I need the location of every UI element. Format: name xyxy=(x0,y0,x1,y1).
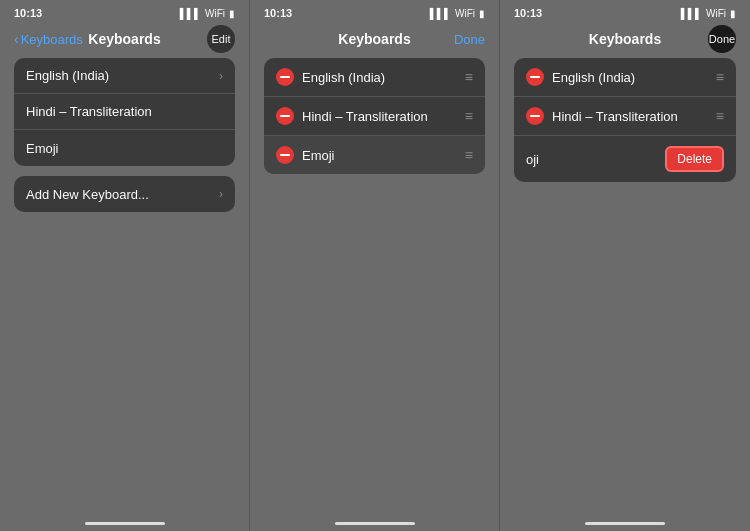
add-keyboard-section: Add New Keyboard... › xyxy=(14,176,235,212)
item-label-oji: oji xyxy=(526,152,665,167)
panel-2: 10:13 ▌▌▌ WiFi ▮ Keyboards Done English … xyxy=(250,0,500,531)
chevron-icon: › xyxy=(219,69,223,83)
reorder-icon[interactable]: ≡ xyxy=(465,69,473,85)
item-label: English (India) xyxy=(552,70,716,85)
status-time-1: 10:13 xyxy=(14,7,42,19)
home-indicator-1 xyxy=(85,522,165,525)
item-label: Emoji xyxy=(26,141,223,156)
item-label: Hindi – Transliteration xyxy=(26,104,223,119)
nav-title-1: Keyboards xyxy=(88,31,160,47)
nav-bar-2: Keyboards Done xyxy=(250,22,499,58)
delete-dot-icon[interactable] xyxy=(276,68,294,86)
signal-icon: ▌▌▌ xyxy=(430,8,451,19)
keyboard-list-2: English (India) ≡ Hindi – Transliteratio… xyxy=(264,58,485,174)
delete-dot-icon[interactable] xyxy=(276,146,294,164)
add-keyboard-label: Add New Keyboard... xyxy=(26,187,219,202)
nav-title-2: Keyboards xyxy=(338,31,410,47)
wifi-icon: WiFi xyxy=(205,8,225,19)
list-item[interactable]: Hindi – Transliteration ≡ xyxy=(264,97,485,136)
home-indicator-3 xyxy=(585,522,665,525)
list-item[interactable]: Hindi – Transliteration ≡ xyxy=(514,97,736,136)
done-button-3[interactable]: Done xyxy=(708,25,736,53)
keyboard-list-3: English (India) ≡ Hindi – Transliteratio… xyxy=(514,58,736,182)
signal-icon: ▌▌▌ xyxy=(180,8,201,19)
status-time-2: 10:13 xyxy=(264,7,292,19)
back-label-1[interactable]: Keyboards xyxy=(21,32,83,47)
reorder-icon[interactable]: ≡ xyxy=(465,108,473,124)
status-icons-2: ▌▌▌ WiFi ▮ xyxy=(430,8,485,19)
status-icons-3: ▌▌▌ WiFi ▮ xyxy=(681,8,736,19)
list-item[interactable]: Hindi – Transliteration xyxy=(14,94,235,130)
edit-button-1[interactable]: Edit xyxy=(207,25,235,53)
keyboard-list-1: English (India) › Hindi – Transliteratio… xyxy=(14,58,235,166)
back-button-1[interactable]: ‹ Keyboards xyxy=(14,31,83,47)
add-keyboard-item[interactable]: Add New Keyboard... › xyxy=(14,176,235,212)
delete-dot-icon[interactable] xyxy=(276,107,294,125)
item-label: Hindi – Transliteration xyxy=(302,109,465,124)
reorder-icon[interactable]: ≡ xyxy=(716,108,724,124)
list-item[interactable]: English (India) › xyxy=(14,58,235,94)
nav-title-3: Keyboards xyxy=(589,31,661,47)
wifi-icon: WiFi xyxy=(455,8,475,19)
panel-3: 10:13 ▌▌▌ WiFi ▮ Keyboards Done English … xyxy=(500,0,750,531)
delete-dot-icon[interactable] xyxy=(526,68,544,86)
item-label: Emoji xyxy=(302,148,465,163)
status-bar-2: 10:13 ▌▌▌ WiFi ▮ xyxy=(250,0,499,22)
item-label: English (India) xyxy=(302,70,465,85)
done-button-2[interactable]: Done xyxy=(454,32,485,47)
list-item[interactable]: English (India) ≡ xyxy=(514,58,736,97)
delete-keyboard-button[interactable]: Delete xyxy=(665,146,724,172)
add-chevron-icon: › xyxy=(219,187,223,201)
panel-1: 10:13 ▌▌▌ WiFi ▮ ‹ Keyboards Keyboards E… xyxy=(0,0,250,531)
battery-icon: ▮ xyxy=(229,8,235,19)
list-item-highlighted[interactable]: Emoji ≡ xyxy=(264,136,485,174)
back-chevron-1: ‹ xyxy=(14,31,19,47)
list-item[interactable]: Emoji xyxy=(14,130,235,166)
delete-dot-icon[interactable] xyxy=(526,107,544,125)
status-time-3: 10:13 xyxy=(514,7,542,19)
reorder-icon[interactable]: ≡ xyxy=(465,147,473,163)
item-label: English (India) xyxy=(26,68,219,83)
signal-icon: ▌▌▌ xyxy=(681,8,702,19)
list-item-delete-row[interactable]: oji Delete xyxy=(514,136,736,182)
battery-icon: ▮ xyxy=(730,8,736,19)
list-item[interactable]: English (India) ≡ xyxy=(264,58,485,97)
home-indicator-2 xyxy=(335,522,415,525)
status-bar-1: 10:13 ▌▌▌ WiFi ▮ xyxy=(0,0,249,22)
nav-bar-3: Keyboards Done xyxy=(500,22,750,58)
nav-bar-1: ‹ Keyboards Keyboards Edit xyxy=(0,22,249,58)
item-label: Hindi – Transliteration xyxy=(552,109,716,124)
status-icons-1: ▌▌▌ WiFi ▮ xyxy=(180,8,235,19)
wifi-icon: WiFi xyxy=(706,8,726,19)
status-bar-3: 10:13 ▌▌▌ WiFi ▮ xyxy=(500,0,750,22)
battery-icon: ▮ xyxy=(479,8,485,19)
reorder-icon[interactable]: ≡ xyxy=(716,69,724,85)
